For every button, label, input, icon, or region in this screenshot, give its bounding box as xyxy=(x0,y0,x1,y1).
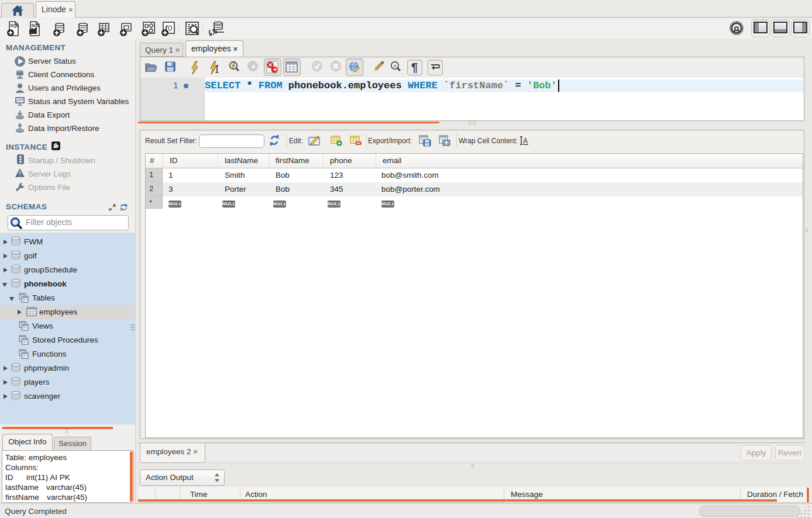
svg-text:¶: ¶ xyxy=(411,61,418,74)
svg-text:A: A xyxy=(393,63,397,69)
svg-text:A: A xyxy=(523,137,528,145)
svg-text:(): () xyxy=(168,24,173,31)
